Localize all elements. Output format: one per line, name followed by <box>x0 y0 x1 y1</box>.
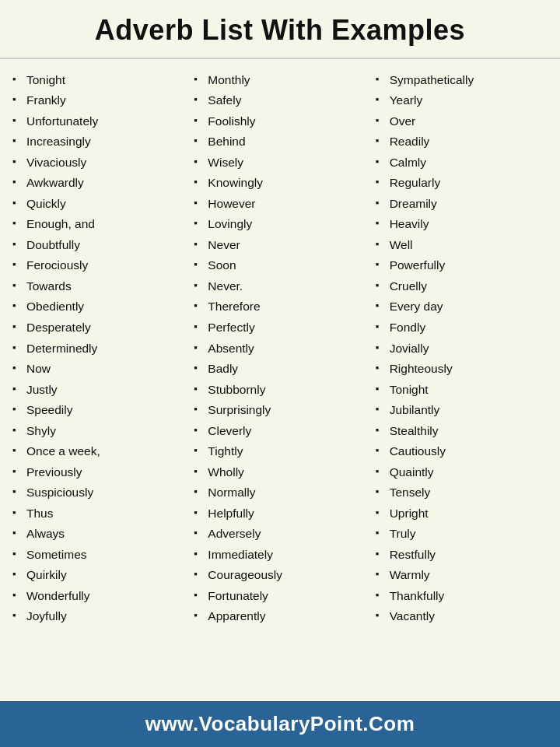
list-item: Calmly <box>376 153 548 174</box>
list-item: Joyfully <box>12 606 184 627</box>
list-item: Adversely <box>194 524 366 545</box>
column-1-list: TonightFranklyUnfortunatelyIncreasinglyV… <box>12 70 184 627</box>
list-item: Frankly <box>12 91 184 112</box>
list-item: Enough, and <box>12 215 184 236</box>
list-item: Quirkily <box>12 565 184 586</box>
list-item: Vacantly <box>376 606 548 627</box>
list-item: Behind <box>194 132 366 153</box>
list-item: Wisely <box>194 153 366 174</box>
list-item: Jovially <box>376 338 548 359</box>
list-item: Warmly <box>376 565 548 586</box>
list-item: Thus <box>12 503 184 524</box>
column-3: SympatheticallyYearlyOverReadilyCalmlyRe… <box>371 67 552 693</box>
list-item: Safely <box>194 91 366 112</box>
list-item: Tightly <box>194 441 366 462</box>
list-item: Tensely <box>376 482 548 503</box>
list-item: Upright <box>376 503 548 524</box>
list-item: Always <box>12 524 184 545</box>
list-item: Every day <box>376 297 548 318</box>
list-item: Well <box>376 235 548 256</box>
list-item: Readily <box>376 132 548 153</box>
column-2: MonthlySafelyFoolishlyBehindWiselyKnowin… <box>189 67 370 693</box>
column-3-list: SympatheticallyYearlyOverReadilyCalmlyRe… <box>376 70 548 627</box>
list-item: Once a week, <box>12 441 184 462</box>
list-item: Monthly <box>194 70 366 91</box>
list-item: Suspiciously <box>12 482 184 503</box>
list-item: Cruelly <box>376 276 548 297</box>
list-item: Now <box>12 359 184 380</box>
list-item: Sometimes <box>12 545 184 566</box>
list-item: Never <box>194 235 366 256</box>
list-item: Tonight <box>12 70 184 91</box>
list-item: Foolishly <box>194 111 366 132</box>
list-item: Cleverly <box>194 421 366 442</box>
list-item: Doubtfully <box>12 235 184 256</box>
list-item: Shyly <box>12 421 184 442</box>
list-item: Helpfully <box>194 503 366 524</box>
page-header: Adverb List With Examples <box>0 0 560 59</box>
list-item: Sympathetically <box>376 70 548 91</box>
page-title: Adverb List With Examples <box>16 14 544 47</box>
list-item: Perfectly <box>194 317 366 338</box>
list-item: Towards <box>12 276 184 297</box>
list-item: Knowingly <box>194 174 366 195</box>
list-item: Previously <box>12 462 184 483</box>
list-item: Obediently <box>12 297 184 318</box>
list-item: Wholly <box>194 462 366 483</box>
list-item: Quickly <box>12 194 184 215</box>
list-item: Powerfully <box>376 256 548 277</box>
list-item: Increasingly <box>12 132 184 153</box>
list-item: Vivaciously <box>12 153 184 174</box>
list-item: Ferociously <box>12 256 184 277</box>
list-item: Badly <box>194 359 366 380</box>
list-item: Awkwardly <box>12 174 184 195</box>
list-item: Fortunately <box>194 586 366 607</box>
list-item: Quaintly <box>376 462 548 483</box>
list-item: Righteously <box>376 359 548 380</box>
list-item: Fondly <box>376 317 548 338</box>
list-item: Surprisingly <box>194 400 366 421</box>
list-item: Normally <box>194 482 366 503</box>
column-1: TonightFranklyUnfortunatelyIncreasinglyV… <box>8 67 189 693</box>
list-item: Dreamily <box>376 194 548 215</box>
list-item: Stealthily <box>376 421 548 442</box>
list-item: Heavily <box>376 215 548 236</box>
list-item: Soon <box>194 256 366 277</box>
list-item: Therefore <box>194 297 366 318</box>
content-area: TonightFranklyUnfortunatelyIncreasinglyV… <box>0 59 560 701</box>
list-item: Over <box>376 111 548 132</box>
list-item: Truly <box>376 524 548 545</box>
list-item: Justly <box>12 380 184 401</box>
list-item: Courageously <box>194 565 366 586</box>
list-item: Absently <box>194 338 366 359</box>
list-item: Determinedly <box>12 338 184 359</box>
list-item: Yearly <box>376 91 548 112</box>
list-item: Jubilantly <box>376 400 548 421</box>
list-item: Speedily <box>12 400 184 421</box>
list-item: Thankfully <box>376 586 548 607</box>
list-item: Unfortunately <box>12 111 184 132</box>
list-item: Never. <box>194 276 366 297</box>
list-item: However <box>194 194 366 215</box>
page-footer: www.VocabularyPoint.Com <box>0 701 560 747</box>
list-item: Regularly <box>376 174 548 195</box>
column-2-list: MonthlySafelyFoolishlyBehindWiselyKnowin… <box>194 70 366 627</box>
list-item: Tonight <box>376 380 548 401</box>
list-item: Lovingly <box>194 215 366 236</box>
list-item: Restfully <box>376 545 548 566</box>
list-item: Immediately <box>194 545 366 566</box>
list-item: Desperately <box>12 317 184 338</box>
list-item: Stubbornly <box>194 380 366 401</box>
footer-url: www.VocabularyPoint.Com <box>145 712 415 735</box>
list-item: Apparently <box>194 606 366 627</box>
list-item: Cautiously <box>376 441 548 462</box>
list-item: Wonderfully <box>12 586 184 607</box>
